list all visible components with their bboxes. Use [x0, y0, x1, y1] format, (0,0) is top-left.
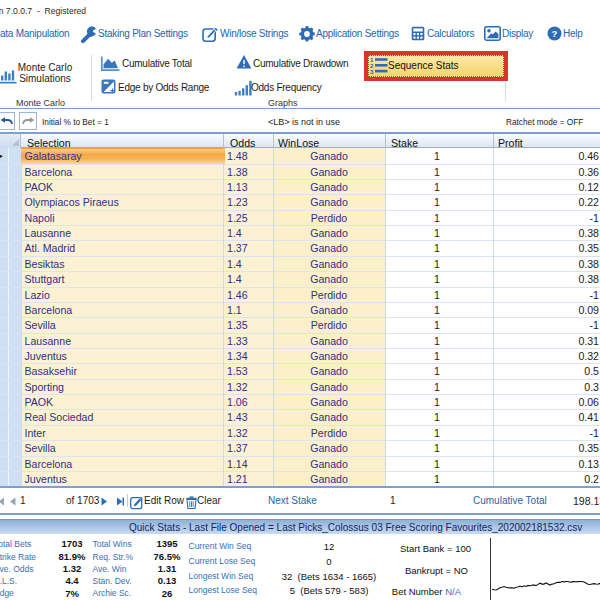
svg-text:?: ?: [552, 28, 558, 39]
